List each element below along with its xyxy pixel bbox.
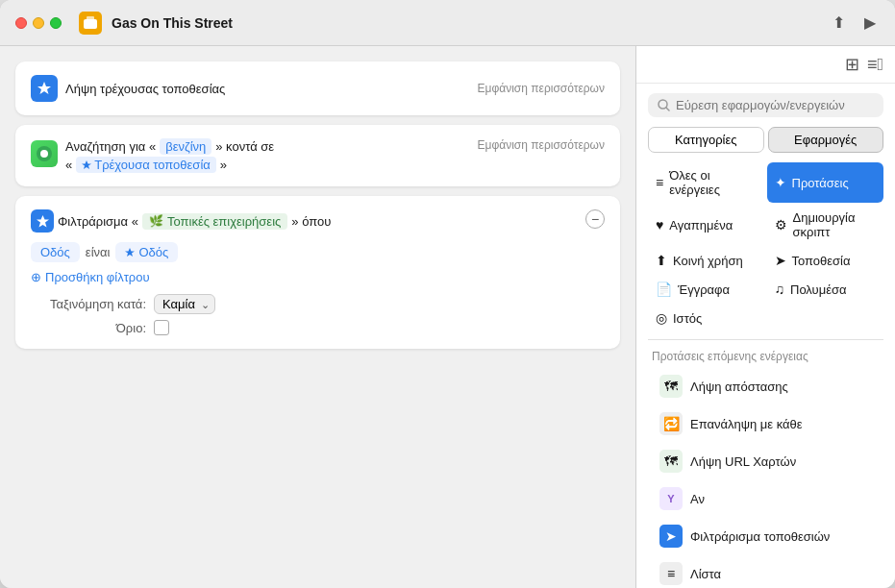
svg-point-4 — [40, 150, 48, 158]
suggestion-repeat-label: Επανάληψη με κάθε — [690, 417, 803, 431]
filter-tag-road2[interactable]: Οδός — [115, 242, 178, 262]
add-filter-label: Προσθήκη φίλτρου — [45, 270, 150, 284]
media-icon: ♫ — [775, 282, 785, 297]
cat-media[interactable]: ♫ Πολυμέσα — [767, 276, 884, 303]
suggestions-icon: ✦ — [775, 175, 786, 190]
cat-docs[interactable]: 📄 Έγγραφα — [648, 276, 765, 303]
all-icon: ≡ — [656, 175, 663, 190]
filter-locations-icon: ➤ — [659, 525, 683, 548]
cat-docs-label: Έγγραφα — [678, 282, 730, 297]
play-button[interactable]: ▶ — [860, 12, 880, 34]
close-button[interactable] — [15, 17, 27, 29]
cat-favorites-label: Αγαπημένα — [669, 218, 733, 233]
search-prefix: Αναζήτηση για « — [65, 139, 156, 154]
suggestion-distance-label: Λήψη απόστασης — [690, 380, 788, 394]
app-icon — [79, 12, 102, 35]
cat-share[interactable]: ⬆ Κοινή χρήση — [648, 247, 765, 274]
distance-icon: 🗺 — [659, 375, 683, 398]
limit-checkbox[interactable] — [154, 320, 169, 335]
card2-more[interactable]: Εμφάνιση περισσότερων — [478, 138, 605, 152]
search-icon — [658, 99, 670, 111]
card3-top: Φιλτράρισμα « 🌿 Τοπικές επιχειρήσεις » ό… — [31, 209, 605, 242]
location-badge-text: Τρέχουσα τοποθεσία — [94, 158, 211, 172]
suggestion-repeat[interactable]: 🔁 Επανάληψη με κάθε — [644, 405, 887, 442]
share-button[interactable]: ⬆ — [829, 12, 849, 34]
cat-all[interactable]: ≡ Όλες οι ενέργειες — [648, 162, 765, 203]
filter-title: Φιλτράρισμα « 🌿 Τοπικές επιχειρήσεις » ό… — [31, 209, 331, 233]
suggestion-filter-locations-label: Φιλτράρισμα τοποθεσιών — [690, 529, 830, 544]
suggestion-maps-url[interactable]: 🗺 Λήψη URL Χαρτών — [644, 443, 887, 479]
card1-more[interactable]: Εμφάνιση περισσότερων — [478, 82, 605, 95]
filter-equals: είναι — [86, 245, 111, 259]
divider — [648, 339, 883, 340]
card-get-location: Λήψη τρέχουσας τοποθεσίας Εμφάνιση περισ… — [15, 61, 620, 115]
web-icon: ◎ — [656, 310, 667, 326]
filter-tag-road1[interactable]: Οδός — [31, 242, 80, 262]
minimize-button[interactable] — [33, 17, 44, 29]
card2-line1: Αναζήτηση για « βενζίνη » κοντά σε — [65, 138, 274, 155]
card1-left: Λήψη τρέχουσας τοποθεσίας — [31, 75, 466, 102]
card2-content: Αναζήτηση για « βενζίνη » κοντά σε « Τρέ… — [65, 138, 274, 173]
card-search: Αναζήτηση για « βενζίνη » κοντά σε « Τρέ… — [15, 125, 620, 186]
suggestion-if-label: Αν — [690, 492, 705, 506]
card2-left: Αναζήτηση για « βενζίνη » κοντά σε « Τρέ… — [31, 138, 466, 173]
card2-line2: « Τρέχουσα τοποθεσία » — [65, 157, 274, 173]
plus-icon: ⊕ — [31, 270, 41, 284]
location-badge[interactable]: Τρέχουσα τοποθεσία — [76, 157, 216, 173]
cat-share-label: Κοινή χρήση — [673, 254, 743, 268]
cat-location-label: Τοποθεσία — [792, 254, 851, 268]
card1-text: Λήψη τρέχουσας τοποθεσίας — [65, 82, 225, 96]
sort-label: Ταξινόμηση κατά: — [31, 297, 146, 311]
suggestion-list[interactable]: ≡ Λίστα — [644, 555, 887, 588]
filter-badge[interactable]: 🌿 Τοπικές επιχειρήσεις — [142, 213, 287, 230]
cat-favorites[interactable]: ♥ Αγαπημένα — [648, 205, 765, 245]
cat-location[interactable]: ➤ Τοποθεσία — [767, 247, 884, 274]
filter-badge-text: Τοπικές επιχειρήσεις — [167, 214, 281, 229]
heart-icon: ♥ — [656, 217, 663, 233]
left-panel: Λήψη τρέχουσας τοποθεσίας Εμφάνιση περισ… — [0, 46, 635, 588]
search-input[interactable] — [676, 98, 874, 112]
cat-web[interactable]: ◎ Ιστός — [648, 305, 765, 331]
cat-media-label: Πολυμέσα — [790, 282, 847, 297]
sort-select[interactable]: Καμία — [154, 294, 215, 314]
filter-suffix: » όπου — [291, 214, 331, 229]
limit-row: Όριο: — [31, 320, 605, 335]
search-middle: » κοντά σε — [215, 139, 274, 154]
suggestion-list: 🗺 Λήψη απόστασης 🔁 Επανάληψη με κάθε 🗺 Λ… — [636, 367, 895, 588]
repeat-icon: 🔁 — [659, 412, 683, 435]
cat-script[interactable]: ⚙ Δημιουργία σκριπτ — [767, 205, 884, 245]
tab-apps[interactable]: Εφαρμογές — [768, 127, 884, 153]
cat-suggestions[interactable]: ✦ Προτάσεις — [767, 162, 884, 203]
maps-icon — [31, 140, 58, 167]
limit-label: Όριο: — [31, 321, 146, 335]
sort-select-wrapper: Καμία — [154, 294, 215, 314]
traffic-lights — [15, 17, 62, 29]
filter-button[interactable]: ≡⃝ — [867, 54, 883, 75]
titlebar: Gas On This Street ⬆ ▶ — [0, 0, 895, 46]
suggestion-filter-locations[interactable]: ➤ Φιλτράρισμα τοποθεσιών — [644, 518, 887, 554]
search-suffix: » — [220, 158, 227, 172]
cat-suggestions-label: Προτάσεις — [792, 176, 849, 190]
right-header: Κατηγορίες Εφαρμογές — [636, 84, 895, 162]
category-grid: ≡ Όλες οι ενέργειες ✦ Προτάσεις ♥ Αγαπημ… — [636, 162, 895, 331]
keyword-badge[interactable]: βενζίνη — [160, 138, 211, 155]
filter-prefix: Φιλτράρισμα « — [58, 214, 138, 229]
right-top-buttons: ⊞ ≡⃝ — [636, 46, 895, 84]
suggestion-distance[interactable]: 🗺 Λήψη απόστασης — [644, 368, 887, 404]
suggestion-maps-url-label: Λήψη URL Χαρτών — [690, 454, 796, 469]
suggestion-if[interactable]: Υ Αν — [644, 480, 887, 517]
script-icon: ⚙ — [775, 217, 787, 233]
gallery-button[interactable]: ⊞ — [845, 54, 859, 75]
search-prefix2: « — [65, 158, 72, 172]
maximize-button[interactable] — [50, 17, 62, 29]
if-icon: Υ — [659, 487, 683, 510]
remove-filter-button[interactable]: − — [585, 209, 605, 229]
tab-categories[interactable]: Κατηγορίες — [648, 127, 764, 153]
add-filter-button[interactable]: ⊕ Προσθήκη φίλτρου — [31, 270, 150, 284]
cat-web-label: Ιστός — [673, 311, 702, 326]
share-icon: ⬆ — [656, 253, 667, 268]
location-icon — [31, 75, 58, 102]
location-cat-icon: ➤ — [775, 253, 786, 268]
svg-line-6 — [666, 108, 669, 110]
search-bar — [648, 93, 883, 117]
